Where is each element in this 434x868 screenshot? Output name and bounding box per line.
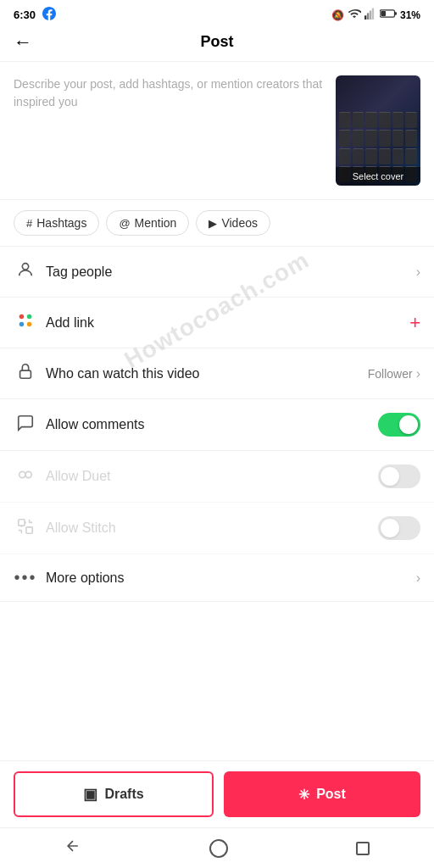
hashtags-label: Hashtags <box>36 216 86 230</box>
mention-icon: @ <box>119 217 130 230</box>
chevron-right-icon: › <box>416 366 420 381</box>
more-options-label: More options <box>46 570 416 586</box>
add-link-row[interactable]: Add link + <box>0 298 434 348</box>
duet-icon <box>14 465 37 488</box>
bottom-nav <box>0 827 434 868</box>
svg-rect-0 <box>364 15 366 19</box>
mute-icon: 🔕 <box>331 9 344 21</box>
svg-rect-6 <box>394 12 397 14</box>
svg-point-11 <box>27 322 32 327</box>
chip-row: # Hashtags @ Mention ▶ Videos <box>0 200 434 247</box>
stitch-icon <box>14 517 37 540</box>
svg-point-13 <box>19 471 25 477</box>
allow-duet-label: Allow Duet <box>46 469 378 484</box>
nav-back-button[interactable] <box>64 837 81 859</box>
svg-rect-5 <box>381 11 386 16</box>
allow-stitch-label: Allow Stitch <box>46 520 378 536</box>
link-icon <box>14 311 37 334</box>
tag-people-row[interactable]: Tag people › <box>0 247 434 298</box>
videos-label: Videos <box>221 216 258 230</box>
drafts-icon: ▣ <box>83 785 97 804</box>
dots-icon: ••• <box>14 568 37 587</box>
comment-icon <box>14 414 37 437</box>
toggle-knob <box>399 415 418 434</box>
hashtags-chip[interactable]: # Hashtags <box>14 210 99 236</box>
who-can-watch-label: Who can watch this video <box>46 366 368 381</box>
status-left: 6:30 <box>14 7 56 23</box>
allow-comments-toggle[interactable] <box>378 413 420 437</box>
post-description-input[interactable]: Describe your post, add hashtags, or men… <box>14 75 326 186</box>
stitch-toggle <box>378 516 420 540</box>
tag-people-label: Tag people <box>46 264 416 280</box>
svg-rect-12 <box>20 370 31 378</box>
person-icon <box>14 260 37 283</box>
header: ← Post <box>0 26 434 62</box>
chevron-right-icon: › <box>416 264 420 280</box>
battery-percent: 31% <box>400 9 420 21</box>
back-button[interactable]: ← <box>14 31 32 53</box>
add-link-label: Add link <box>46 315 409 331</box>
add-link-right: + <box>409 312 420 334</box>
who-can-watch-right: Follower › <box>368 366 420 381</box>
wifi-icon <box>348 7 361 23</box>
more-options-row[interactable]: ••• More options › <box>0 554 434 602</box>
drafts-label: Drafts <box>104 787 143 802</box>
mention-chip[interactable]: @ Mention <box>106 210 189 236</box>
bottom-section: ▣ Drafts ✳ Post <box>0 760 434 827</box>
allow-comments-row[interactable]: Allow comments <box>0 399 434 451</box>
mention-label: Mention <box>135 216 177 230</box>
nav-recents-button[interactable] <box>356 842 370 855</box>
more-options-right: › <box>416 570 420 586</box>
follower-value: Follower <box>368 367 413 381</box>
post-area: Describe your post, add hashtags, or men… <box>0 62 434 200</box>
select-cover-label[interactable]: Select cover <box>336 167 420 186</box>
drafts-button[interactable]: ▣ Drafts <box>14 771 214 817</box>
svg-point-14 <box>25 471 31 477</box>
toggle-knob <box>381 467 399 486</box>
allow-comments-label: Allow comments <box>46 417 378 432</box>
signal-icon <box>364 8 376 22</box>
cover-thumbnail[interactable]: Select cover <box>336 75 420 186</box>
comments-toggle[interactable] <box>378 413 420 437</box>
svg-rect-1 <box>367 13 369 19</box>
page-title: Post <box>200 33 233 51</box>
svg-rect-15 <box>19 519 25 525</box>
battery-icon <box>380 8 397 21</box>
status-right: 🔕 31% <box>331 7 420 23</box>
nav-home-button[interactable] <box>209 839 228 858</box>
duet-toggle <box>378 465 420 488</box>
allow-duet-toggle <box>378 465 420 488</box>
svg-point-10 <box>27 314 32 320</box>
svg-rect-16 <box>26 526 32 532</box>
status-bar: 6:30 🔕 31% <box>0 0 434 26</box>
toggle-knob <box>381 519 399 537</box>
svg-point-9 <box>19 322 25 327</box>
tag-people-right: › <box>416 264 420 280</box>
play-icon: ▶ <box>209 217 217 230</box>
svg-point-7 <box>22 264 28 270</box>
plus-icon: + <box>409 312 420 334</box>
post-label: Post <box>316 787 346 802</box>
allow-duet-row: Allow Duet <box>0 451 434 503</box>
hashtag-icon: # <box>26 217 32 230</box>
svg-point-8 <box>19 314 25 320</box>
post-sparkle-icon: ✳ <box>298 787 309 803</box>
time: 6:30 <box>14 8 36 21</box>
allow-stitch-toggle <box>378 516 420 540</box>
chevron-right-icon: › <box>416 570 420 586</box>
lock-icon <box>14 362 37 385</box>
allow-stitch-row: Allow Stitch <box>0 503 434 554</box>
facebook-icon <box>42 7 56 23</box>
svg-rect-3 <box>372 8 374 19</box>
post-button[interactable]: ✳ Post <box>224 771 420 817</box>
videos-chip[interactable]: ▶ Videos <box>196 210 270 236</box>
svg-rect-2 <box>370 11 371 20</box>
who-can-watch-row[interactable]: Who can watch this video Follower › <box>0 348 434 399</box>
